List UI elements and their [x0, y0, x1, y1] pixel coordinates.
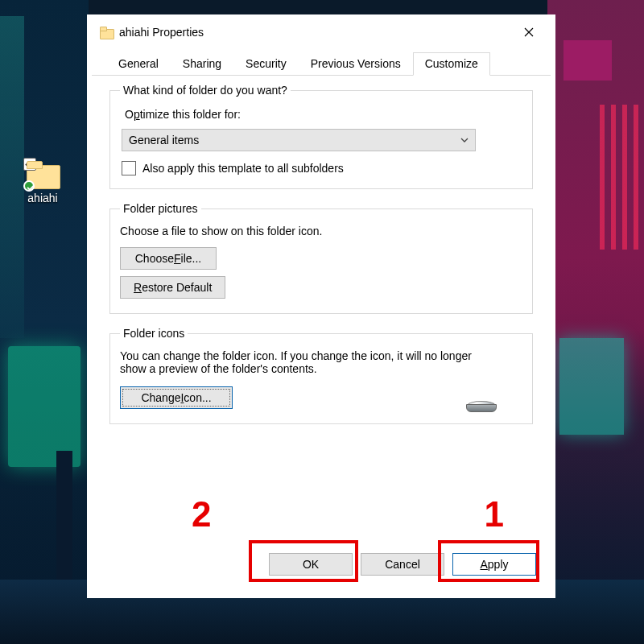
annotation-box-ok [249, 540, 358, 582]
titlebar[interactable]: ahiahi Properties [92, 19, 551, 45]
annotation-box-apply [438, 540, 539, 582]
change-icon-button[interactable]: Change Icon... [120, 386, 233, 409]
tab-label: General [118, 57, 159, 70]
properties-dialog: ahiahi Properties General Sharing Securi… [92, 19, 551, 593]
optimize-combo[interactable]: General items [122, 129, 476, 151]
group-folder-kind: What kind of folder do you want? Optimiz… [109, 84, 533, 189]
selected-checkmark-icon [23, 158, 36, 171]
tab-content: What kind of folder do you want? Optimiz… [92, 76, 551, 440]
annotation-number-2: 2 [192, 497, 211, 532]
tab-label: Sharing [183, 57, 221, 70]
chevron-down-icon [460, 134, 469, 147]
choose-file-button[interactable]: Choose File... [120, 247, 217, 270]
tab-label: Security [246, 57, 287, 70]
desktop-icon-label: ahiahi [14, 192, 71, 204]
apply-to-subfolders-checkbox[interactable]: Also apply this template to all subfolde… [122, 161, 522, 175]
tab-customize[interactable]: Customize [413, 52, 490, 76]
checkbox-label: Also apply this template to all subfolde… [142, 162, 344, 175]
folder-pictures-description: Choose a file to show on this folder ico… [120, 225, 522, 237]
window-title: ahiahi Properties [119, 26, 204, 39]
annotation-frame: ahiahi Properties General Sharing Securi… [87, 14, 555, 598]
sync-status-icon [23, 180, 35, 192]
group-legend: Folder pictures [120, 202, 201, 215]
group-legend: What kind of folder do you want? [120, 84, 291, 97]
disk-drive-icon [463, 391, 500, 415]
desktop-folder-icon[interactable]: ahiahi [14, 161, 71, 204]
cancel-button[interactable]: Cancel [361, 553, 444, 576]
optimize-label: Optimize this folder for: [125, 108, 522, 121]
close-button[interactable] [510, 19, 547, 45]
tab-label: Customize [425, 57, 478, 70]
folder-icon [25, 161, 60, 188]
tab-label: Previous Versions [311, 57, 401, 70]
annotation-number-1: 1 [485, 497, 504, 532]
close-icon [524, 27, 534, 37]
restore-default-button[interactable]: Restore Default [120, 276, 225, 299]
tab-general[interactable]: General [106, 52, 171, 76]
tab-sharing[interactable]: Sharing [171, 52, 233, 76]
group-legend: Folder icons [120, 327, 188, 340]
combo-value: General items [129, 134, 460, 147]
tab-strip: General Sharing Security Previous Versio… [92, 45, 551, 76]
folder-icon [100, 27, 113, 38]
group-folder-icons: Folder icons You can change the folder i… [109, 327, 533, 424]
checkbox-icon [122, 161, 136, 175]
tab-security[interactable]: Security [233, 52, 299, 76]
folder-icons-description: You can change the folder icon. If you c… [120, 349, 498, 375]
group-folder-pictures: Folder pictures Choose a file to show on… [109, 202, 533, 314]
tab-previous-versions[interactable]: Previous Versions [299, 52, 413, 76]
